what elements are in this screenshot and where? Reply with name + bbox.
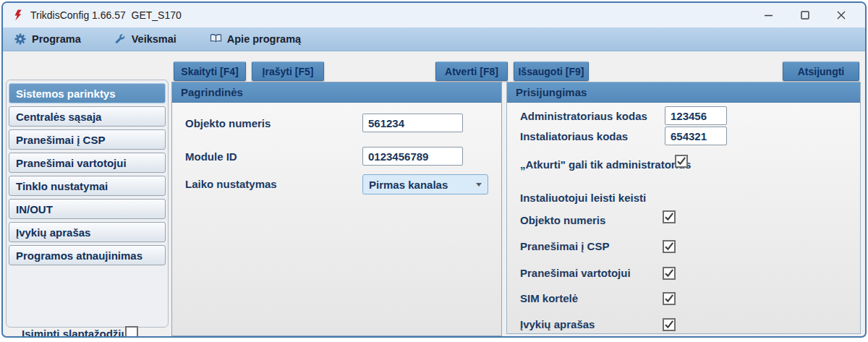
perm-pranesimai-csp-checkbox[interactable] <box>663 240 676 253</box>
check-icon <box>664 268 674 278</box>
perm-object-number-checkbox[interactable] <box>663 210 676 223</box>
check-icon <box>664 320 674 330</box>
sidebar-item-pranesimai-i-csp[interactable]: Pranešimai į CSP <box>9 129 166 150</box>
perm-sim-kortele-label: SIM kortelė <box>520 292 578 304</box>
maximize-icon <box>801 11 809 20</box>
menu-apie-programa[interactable]: Apie programą <box>210 33 301 45</box>
installer-code-input[interactable] <box>665 127 727 145</box>
module-id-input[interactable] <box>362 147 463 166</box>
open-button[interactable]: Atverti [F8] <box>435 61 508 81</box>
sidebar-item-ivykiu-aprasas[interactable]: Įvykių aprašas <box>9 222 166 242</box>
menu-programa[interactable]: Programa <box>14 33 81 45</box>
check-icon <box>664 241 674 252</box>
perm-object-number-label: Objekto numeris <box>520 214 605 226</box>
close-button[interactable] <box>829 7 854 24</box>
time-setting-label: Laiko nustatymas <box>185 178 277 190</box>
app-window: TrikdisConfig 1.66.57 GET_S170 <box>1 1 867 338</box>
main-panel: Pagrindinės Objekto numeris Module ID La… <box>171 82 502 336</box>
main-panel-title: Pagrindinės <box>172 82 501 103</box>
object-number-input[interactable] <box>362 114 463 132</box>
login-panel-title: Prisijungimas <box>507 82 860 103</box>
check-icon <box>664 294 674 304</box>
check-icon <box>676 156 686 166</box>
sidebar-item-in-out[interactable]: IN/OUT <box>9 199 166 219</box>
restore-admin-only-checkbox[interactable] <box>675 155 688 168</box>
module-id-label: Module ID <box>185 150 237 163</box>
sidebar-item-pranesimai-vartotojui[interactable]: Pranešimai vartotojui <box>9 153 166 173</box>
app-icon <box>13 9 24 21</box>
window-title: TrikdisConfig 1.66.57 GET_S170 <box>30 9 182 21</box>
installer-code-label: Instaliatoriaus kodas <box>520 130 628 142</box>
chevron-down-icon <box>476 183 482 187</box>
admin-code-label: Administratoriaus kodas <box>520 110 647 122</box>
perm-ivykiu-aprasas-label: Įvykių aprašas <box>520 318 595 330</box>
menu-bar: Programa Veiksmai Apie programą <box>3 27 865 51</box>
close-icon <box>837 11 846 20</box>
menu-veiksmai-label: Veiksmai <box>132 33 176 45</box>
restore-admin-only-label: „Atkurti" gali tik administratorius <box>520 158 691 171</box>
read-button[interactable]: Skaityti [F4] <box>174 61 246 81</box>
perm-pranesimai-vartotojui-checkbox[interactable] <box>663 267 676 280</box>
maximize-button[interactable] <box>793 7 817 24</box>
sidebar-item-tinklo-nustatymai[interactable]: Tinklo nustatymai <box>9 176 166 196</box>
save-button[interactable]: Išsaugoti [F9] <box>514 61 589 81</box>
book-icon <box>210 33 222 45</box>
time-setting-dropdown[interactable]: Pirmas kanalas <box>362 174 488 194</box>
menu-veiksmai[interactable]: Veiksmai <box>114 33 176 45</box>
sidebar: Sistemos parinktys Centralės sąsaja Pran… <box>6 80 169 328</box>
object-number-label: Objekto numeris <box>185 117 271 129</box>
sidebar-item-centrales-sasaja[interactable]: Centralės sąsaja <box>9 106 166 127</box>
sidebar-item-sistemos-parinktys[interactable]: Sistemos parinktys <box>9 83 166 103</box>
wrench-icon <box>114 33 127 45</box>
perm-ivykiu-aprasas-checkbox[interactable] <box>663 318 676 331</box>
perm-sim-kortele-checkbox[interactable] <box>663 292 676 305</box>
time-setting-value: Pirmas kanalas <box>369 179 448 191</box>
write-button[interactable]: Įrašyti [F5] <box>252 61 324 81</box>
remember-passwords-checkbox[interactable] <box>125 326 138 338</box>
menu-apie-programa-label: Apie programą <box>227 33 301 45</box>
check-icon <box>664 212 674 222</box>
remember-passwords-label: Įsiminti slaptažodžius <box>22 328 134 338</box>
perm-pranesimai-vartotojui-label: Pranešimai vartotojui <box>520 267 631 279</box>
minimize-button[interactable] <box>757 7 781 24</box>
gear-icon <box>14 33 27 45</box>
minimize-icon <box>765 11 773 20</box>
login-panel: Prisijungimas Administratoriaus kodas In… <box>506 82 861 334</box>
sidebar-item-programos-atnaujinimas[interactable]: Programos atnaujinimas <box>9 245 166 265</box>
installer-allow-section-label: Instaliuotojui leisti keisti <box>520 192 646 204</box>
perm-pranesimai-csp-label: Pranešimai į CSP <box>520 240 609 252</box>
title-bar: TrikdisConfig 1.66.57 GET_S170 <box>3 3 865 27</box>
menu-programa-label: Programa <box>32 33 81 45</box>
admin-code-input[interactable] <box>665 106 727 125</box>
disconnect-button[interactable]: Atsijungti <box>783 61 859 81</box>
